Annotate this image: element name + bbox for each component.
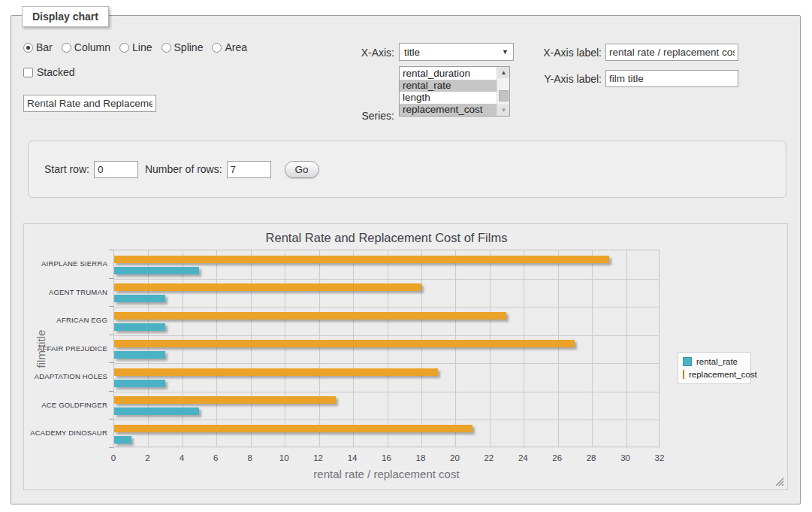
bar-rental_rate-academy-dinosaur [114, 436, 131, 444]
bar-replacement_cost-affair-prejudice [114, 340, 575, 347]
chart-type-radios: BarColumnLineSplineArea [23, 41, 247, 53]
resize-handle-icon[interactable] [775, 477, 784, 486]
go-button[interactable]: Go [285, 161, 319, 178]
chart-title-input[interactable] [23, 95, 156, 112]
x-tick-label: 24 [512, 453, 534, 462]
x-tick-label: 2 [136, 453, 158, 462]
bar-replacement_cost-academy-dinosaur [114, 425, 472, 432]
series-scrollbar[interactable]: ▲ ▼ [497, 67, 509, 116]
x-axis-caption: rental rate / replacement cost [113, 468, 660, 480]
legend-item-replacement_cost: replacement_cost [683, 370, 746, 379]
bar-replacement_cost-ace-goldfinger [114, 396, 336, 404]
radio-icon[interactable] [119, 43, 129, 53]
radio-icon[interactable] [62, 43, 71, 53]
horizontal-gridline [114, 307, 659, 308]
y-axis-tick [109, 278, 113, 279]
series-option-length[interactable]: length [400, 92, 497, 104]
chart-type-label: Bar [36, 41, 53, 53]
x-axis-select-label: X-Axis: [312, 47, 394, 59]
x-tick-label: 0 [102, 453, 125, 462]
stacked-checkbox-icon[interactable] [23, 68, 33, 77]
x-tick-label: 14 [341, 453, 364, 462]
category-label: AIRPLANE SIERRA [24, 259, 107, 268]
series-select-label: Series: [312, 110, 394, 122]
x-tick-label: 4 [171, 453, 193, 462]
chart-type-option-column[interactable]: Column [62, 41, 110, 53]
start-row-input[interactable] [94, 161, 138, 178]
bar-rental_rate-african-egg [114, 323, 165, 331]
x-axis-select[interactable]: title ▼ [399, 43, 514, 61]
vertical-gridline [216, 250, 217, 447]
bar-replacement_cost-agent-truman [114, 283, 421, 291]
scroll-thumb[interactable] [499, 90, 509, 101]
legend-swatch [683, 357, 692, 366]
series-option-rental_rate[interactable]: rental_rate [400, 80, 497, 92]
x-tick-label: 28 [580, 453, 602, 462]
category-label: ACADEMY DINOSAUR [24, 429, 107, 437]
y-axis-tick [109, 447, 113, 448]
x-axis-label-label: X-Axis label: [519, 47, 602, 59]
chart-type-option-spline[interactable]: Spline [161, 41, 204, 53]
x-tick-label: 18 [409, 453, 432, 462]
vertical-gridline [183, 250, 183, 447]
vertical-gridline [626, 250, 627, 447]
page: Display chart BarColumnLineSplineArea St… [0, 0, 812, 512]
radio-icon[interactable] [23, 43, 33, 53]
horizontal-gridline [114, 363, 659, 364]
vertical-gridline [592, 250, 593, 447]
vertical-gridline [490, 250, 491, 447]
chart-type-label: Column [74, 41, 110, 53]
horizontal-gridline [114, 392, 659, 392]
bar-rental_rate-ace-goldfinger [114, 407, 199, 415]
bar-rental_rate-adaptation-holes [114, 380, 165, 387]
vertical-gridline [285, 250, 285, 447]
chart-type-option-bar[interactable]: Bar [23, 41, 53, 53]
x-tick-label: 12 [307, 453, 330, 462]
x-tick-label: 20 [443, 453, 466, 462]
display-chart-fieldset: Display chart BarColumnLineSplineArea St… [11, 15, 801, 504]
bar-rental_rate-airplane-sierra [114, 267, 199, 274]
x-tick-label: 10 [273, 453, 295, 462]
chart-type-option-area[interactable]: Area [212, 41, 247, 53]
vertical-gridline [251, 250, 252, 447]
radio-icon[interactable] [161, 43, 171, 53]
category-label: ACE GOLDFINGER [24, 401, 107, 409]
x-tick-label: 6 [204, 453, 227, 462]
chart-legend: rental_ratereplacement_cost [678, 352, 751, 384]
vertical-gridline [421, 250, 422, 447]
vertical-gridline [524, 250, 524, 447]
y-axis-tick [109, 391, 113, 392]
y-axis-tick [109, 362, 113, 363]
chart-type-label: Line [132, 41, 152, 53]
bar-replacement_cost-airplane-sierra [114, 256, 609, 263]
x-axis-selected-value: title [404, 47, 420, 58]
x-axis-label-input[interactable] [605, 44, 738, 61]
chart-type-option-line[interactable]: Line [119, 41, 152, 53]
bar-replacement_cost-adaptation-holes [114, 368, 438, 376]
num-rows-label: Number of rows: [145, 163, 222, 175]
x-tick-label: 26 [546, 453, 569, 462]
bar-replacement_cost-african-egg [114, 312, 506, 320]
start-row-label: Start row: [44, 163, 89, 175]
y-axis-tick [109, 306, 113, 307]
series-option-rental_duration[interactable]: rental_duration [400, 68, 497, 80]
x-tick-label: 16 [376, 453, 398, 462]
radio-icon[interactable] [212, 43, 222, 53]
horizontal-gridline [114, 335, 659, 336]
series-listbox[interactable]: rental_durationrental_ratelengthreplacem… [399, 66, 510, 117]
legend-label: rental_rate [696, 357, 738, 366]
series-option-replacement_cost[interactable]: replacement_cost [400, 104, 497, 116]
scroll-up-icon[interactable]: ▲ [497, 67, 510, 78]
chart-plot [113, 250, 660, 447]
stacked-checkbox-row[interactable]: Stacked [23, 66, 75, 78]
chart-type-label: Spline [174, 41, 204, 53]
x-tick-label: 32 [648, 453, 671, 462]
scroll-down-icon[interactable]: ▼ [497, 105, 510, 116]
y-axis-label-input[interactable] [605, 70, 738, 87]
x-tick-label: 22 [478, 453, 500, 462]
vertical-gridline [353, 250, 354, 447]
bar-rental_rate-affair-prejudice [114, 351, 165, 359]
num-rows-input[interactable] [227, 161, 271, 178]
y-axis-tick [109, 419, 113, 420]
vertical-gridline [388, 250, 388, 447]
